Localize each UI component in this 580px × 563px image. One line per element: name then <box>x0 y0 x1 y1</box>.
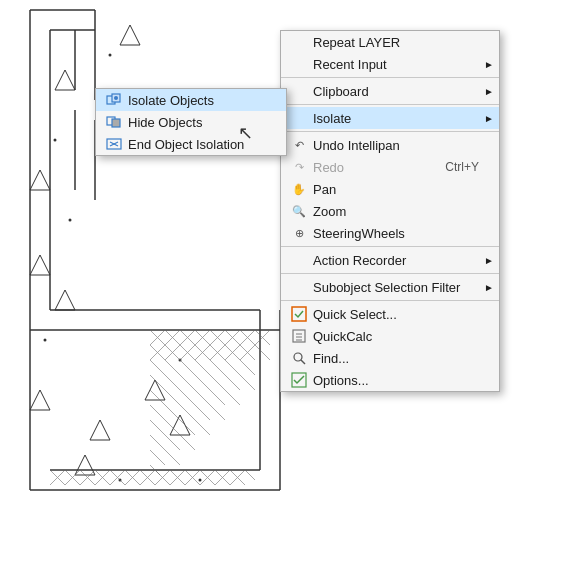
svg-rect-128 <box>292 307 306 321</box>
menu-item-quick-select[interactable]: Quick Select... <box>281 303 499 325</box>
svg-rect-140 <box>112 119 120 127</box>
menu-item-isolate-objects[interactable]: Isolate Objects <box>96 89 286 111</box>
svg-point-34 <box>199 479 202 482</box>
redo-icon: ↷ <box>289 159 309 175</box>
recent-input-icon <box>289 56 309 72</box>
options-label: Options... <box>313 373 479 388</box>
quick-select-icon <box>289 306 309 322</box>
separator-1 <box>281 77 499 78</box>
separator-3 <box>281 131 499 132</box>
clipboard-icon <box>289 83 309 99</box>
menu-item-options[interactable]: Options... <box>281 369 499 391</box>
svg-point-31 <box>44 339 47 342</box>
isolate-icon <box>289 110 309 126</box>
find-icon <box>289 350 309 366</box>
svg-line-134 <box>301 360 305 364</box>
menu-item-action-recorder[interactable]: Action Recorder ► <box>281 249 499 271</box>
steeringwheels-icon: ⊕ <box>289 225 309 241</box>
menu-item-end-isolation[interactable]: End Object Isolation <box>96 133 286 155</box>
quickcalc-label: QuickCalc <box>313 329 479 344</box>
end-isolation-label: End Object Isolation <box>128 137 266 152</box>
hide-objects-label: Hide Objects <box>128 115 266 130</box>
menu-item-zoom[interactable]: 🔍 Zoom <box>281 200 499 222</box>
repeat-layer-label: Repeat LAYER <box>313 35 479 50</box>
isolate-label: Isolate <box>313 111 479 126</box>
clipboard-arrow: ► <box>484 86 494 97</box>
svg-point-28 <box>109 54 112 57</box>
pan-icon: ✋ <box>289 181 309 197</box>
svg-point-133 <box>294 353 302 361</box>
isolate-arrow: ► <box>484 113 494 124</box>
steeringwheels-label: SteeringWheels <box>313 226 479 241</box>
menu-item-recent-input[interactable]: Recent Input ► <box>281 53 499 75</box>
recent-input-arrow: ► <box>484 59 494 70</box>
subobject-label: Subobject Selection Filter <box>313 280 479 295</box>
menu-item-undo[interactable]: ↶ Undo Intellipan <box>281 134 499 156</box>
menu-item-subobject[interactable]: Subobject Selection Filter ► <box>281 276 499 298</box>
zoom-icon: 🔍 <box>289 203 309 219</box>
menu-item-isolate[interactable]: Isolate ► <box>281 107 499 129</box>
quickcalc-icon <box>289 328 309 344</box>
menu-item-hide-objects[interactable]: Hide Objects <box>96 111 286 133</box>
separator-5 <box>281 273 499 274</box>
subobject-arrow: ► <box>484 282 494 293</box>
redo-shortcut: Ctrl+Y <box>445 160 479 174</box>
clipboard-label: Clipboard <box>313 84 479 99</box>
menu-item-quickcalc[interactable]: QuickCalc <box>281 325 499 347</box>
quick-select-label: Quick Select... <box>313 307 479 322</box>
menu-item-find[interactable]: Find... <box>281 347 499 369</box>
subobject-icon <box>289 279 309 295</box>
action-recorder-arrow: ► <box>484 255 494 266</box>
action-recorder-icon <box>289 252 309 268</box>
menu-item-repeat-layer[interactable]: Repeat LAYER <box>281 31 499 53</box>
menu-item-pan[interactable]: ✋ Pan <box>281 178 499 200</box>
separator-6 <box>281 300 499 301</box>
pan-label: Pan <box>313 182 479 197</box>
menu-item-clipboard[interactable]: Clipboard ► <box>281 80 499 102</box>
menu-item-steeringwheels[interactable]: ⊕ SteeringWheels <box>281 222 499 244</box>
redo-label: Redo <box>313 160 425 175</box>
separator-2 <box>281 104 499 105</box>
undo-icon: ↶ <box>289 137 309 153</box>
hide-objects-icon <box>104 114 124 130</box>
separator-4 <box>281 246 499 247</box>
svg-point-29 <box>54 139 57 142</box>
context-menu-main: Repeat LAYER Recent Input ► Clipboard ► … <box>280 30 500 392</box>
isolate-objects-icon <box>104 92 124 108</box>
zoom-label: Zoom <box>313 204 479 219</box>
svg-point-30 <box>69 219 72 222</box>
undo-label: Undo Intellipan <box>313 138 479 153</box>
end-isolation-icon <box>104 136 124 152</box>
context-menu-isolate: Isolate Objects Hide Objects End Object … <box>95 88 287 156</box>
svg-point-138 <box>114 96 118 100</box>
find-label: Find... <box>313 351 479 366</box>
isolate-objects-label: Isolate Objects <box>128 93 266 108</box>
repeat-layer-icon <box>289 34 309 50</box>
action-recorder-label: Action Recorder <box>313 253 479 268</box>
options-icon <box>289 372 309 388</box>
menu-item-redo[interactable]: ↷ Redo Ctrl+Y <box>281 156 499 178</box>
recent-input-label: Recent Input <box>313 57 479 72</box>
